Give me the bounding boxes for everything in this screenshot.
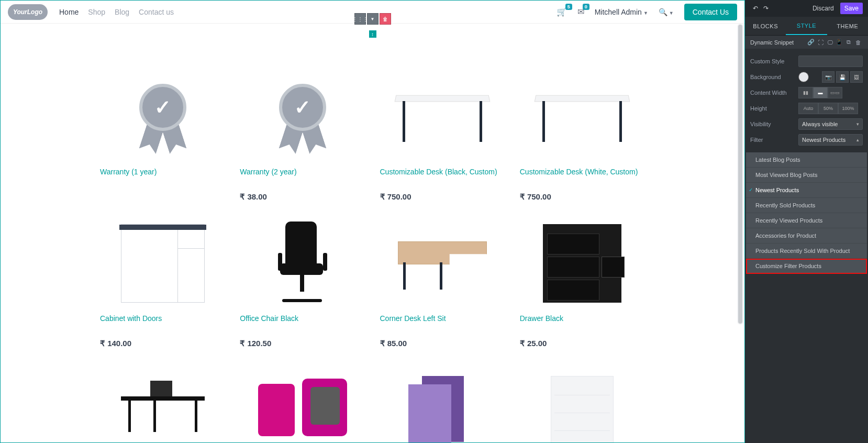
product-name: Customizable Desk (White, Custom) bbox=[520, 167, 645, 187]
main-nav: Home Shop Blog Contact us bbox=[59, 8, 174, 16]
sidebar-topbar: ↶ ↷ Discard Save bbox=[745, 0, 868, 17]
block-dropdown-icon[interactable]: ▼ bbox=[367, 13, 379, 25]
contact-us-button[interactable]: Contact Us bbox=[684, 4, 737, 20]
nav-shop[interactable]: Shop bbox=[88, 8, 105, 16]
mobile-icon[interactable]: 📱 bbox=[834, 39, 844, 46]
height-auto-button[interactable]: Auto bbox=[798, 103, 818, 114]
copy-icon[interactable]: ⧉ bbox=[844, 39, 853, 46]
product-price: ₹ 120.50 bbox=[240, 339, 365, 348]
product-price: ₹ 38.00 bbox=[240, 192, 365, 202]
product-card[interactable]: Corner Desk Left Sit ₹ 85.00 bbox=[380, 216, 505, 348]
width-normal-button[interactable]: ▬ bbox=[813, 87, 828, 98]
mail-badge: 0 bbox=[583, 4, 589, 10]
image-icon[interactable]: 🖼 bbox=[850, 71, 863, 83]
product-card[interactable]: Customizable Desk (White, Custom) ₹ 750.… bbox=[520, 70, 645, 202]
desktop-icon[interactable]: 🖵 bbox=[825, 39, 834, 46]
redo-icon[interactable]: ↷ bbox=[761, 5, 771, 12]
label-content-width: Content Width bbox=[750, 90, 798, 96]
tab-theme[interactable]: THEME bbox=[827, 17, 868, 35]
product-price: ₹ 140.00 bbox=[100, 339, 225, 348]
width-full-button[interactable]: ▭▭ bbox=[828, 87, 842, 98]
filter-option[interactable]: Newest Products bbox=[746, 183, 867, 198]
editor-sidebar: ↶ ↷ Discard Save BLOCKS STYLE THEME Dyna… bbox=[745, 0, 868, 443]
nav-blog[interactable]: Blog bbox=[115, 8, 129, 16]
save-bg-icon[interactable]: 💾 bbox=[836, 71, 849, 83]
label-custom-style: Custom Style bbox=[750, 58, 798, 64]
undo-icon[interactable]: ↶ bbox=[750, 5, 761, 12]
drag-handle-icon[interactable]: ↕ bbox=[369, 30, 376, 38]
height-50-button[interactable]: 50% bbox=[818, 103, 838, 114]
label-visibility: Visibility bbox=[750, 121, 798, 127]
product-name: Warranty (1 year) bbox=[100, 167, 225, 187]
section-title: Dynamic Snippet bbox=[750, 39, 794, 46]
product-price: ₹ 85.00 bbox=[380, 339, 505, 348]
block-grid-icon[interactable]: ⋮⋮⋮ bbox=[354, 13, 366, 25]
save-button[interactable]: Save bbox=[840, 3, 863, 14]
website-preview: YourLogo Home Shop Blog Contact us 🛒5 ✉0… bbox=[0, 0, 745, 443]
background-swatch[interactable] bbox=[798, 72, 809, 82]
cart-badge: 5 bbox=[565, 4, 572, 10]
product-name: Customizable Desk (Black, Custom) bbox=[380, 167, 505, 187]
filter-option[interactable]: Latest Blog Posts bbox=[746, 152, 867, 168]
product-price: ₹ 750.00 bbox=[380, 192, 505, 202]
section-header: Dynamic Snippet 🔗 ⛶ 🖵 📱 ⧉ 🗑 bbox=[745, 36, 868, 49]
product-name: Corner Desk Left Sit bbox=[380, 314, 505, 334]
block-toolbar: ⋮⋮⋮ ▼ 🗑 bbox=[354, 13, 391, 25]
product-name: Cabinet with Doors bbox=[100, 314, 225, 334]
tab-blocks[interactable]: BLOCKS bbox=[745, 17, 786, 35]
search-icon[interactable]: 🔍▼ bbox=[659, 8, 674, 16]
label-filter: Filter bbox=[750, 137, 798, 143]
height-100-button[interactable]: 100% bbox=[838, 103, 858, 114]
product-card[interactable] bbox=[520, 363, 645, 443]
product-card[interactable]: ✓ Warranty (1 year) bbox=[100, 70, 225, 202]
product-card[interactable]: Drawer Black ₹ 25.00 bbox=[520, 216, 645, 348]
label-height: Height bbox=[750, 105, 798, 112]
nav-contact[interactable]: Contact us bbox=[139, 8, 174, 16]
scrollbar-thumb[interactable] bbox=[737, 24, 743, 325]
block-delete-icon[interactable]: 🗑 bbox=[380, 13, 391, 25]
mail-icon[interactable]: ✉0 bbox=[577, 7, 584, 17]
filter-option-customize[interactable]: Customize Filter Products bbox=[746, 259, 867, 274]
filter-dropdown: Latest Blog Posts Most Viewed Blog Posts… bbox=[746, 152, 867, 274]
product-card[interactable] bbox=[240, 363, 365, 443]
trash-icon[interactable]: 🗑 bbox=[853, 39, 863, 46]
label-background: Background bbox=[750, 74, 798, 80]
sidebar-tabs: BLOCKS STYLE THEME bbox=[745, 17, 868, 36]
filter-option[interactable]: Recently Viewed Products bbox=[746, 213, 867, 228]
product-grid: ✓ Warranty (1 year) ✓ Warranty (2 year) … bbox=[1, 24, 744, 443]
product-card[interactable]: Customizable Desk (Black, Custom) ₹ 750.… bbox=[380, 70, 505, 202]
product-name: Office Chair Black bbox=[240, 314, 365, 334]
visibility-select[interactable]: Always visible bbox=[798, 118, 863, 130]
logo[interactable]: YourLogo bbox=[8, 4, 48, 20]
product-card[interactable] bbox=[100, 363, 225, 443]
filter-option[interactable]: Accessories for Product bbox=[746, 228, 867, 243]
product-card[interactable]: ✓ Warranty (2 year) ₹ 38.00 bbox=[240, 70, 365, 202]
discard-button[interactable]: Discard bbox=[808, 3, 838, 14]
link-icon[interactable]: 🔗 bbox=[806, 39, 816, 46]
filter-option[interactable]: Recently Sold Products bbox=[746, 198, 867, 213]
product-price: ₹ 750.00 bbox=[520, 192, 645, 202]
scrollbar[interactable] bbox=[737, 24, 743, 441]
custom-style-input[interactable] bbox=[798, 56, 863, 67]
product-card[interactable]: Office Chair Black ₹ 120.50 bbox=[240, 216, 365, 348]
product-name: Drawer Black bbox=[520, 314, 645, 334]
filter-select[interactable]: Newest Products bbox=[798, 134, 863, 146]
camera-icon[interactable]: 📷 bbox=[822, 71, 834, 83]
width-narrow-button[interactable]: ▮▮ bbox=[798, 87, 813, 98]
cart-icon[interactable]: 🛒5 bbox=[557, 7, 567, 17]
user-menu[interactable]: Mitchell Admin▼ bbox=[595, 8, 648, 16]
expand-icon[interactable]: ⛶ bbox=[816, 39, 825, 46]
product-price: ₹ 25.00 bbox=[520, 339, 645, 348]
product-card[interactable] bbox=[380, 363, 505, 443]
product-name: Warranty (2 year) bbox=[240, 167, 365, 187]
filter-option[interactable]: Products Recently Sold With Product bbox=[746, 243, 867, 259]
product-card[interactable]: Cabinet with Doors ₹ 140.00 bbox=[100, 216, 225, 348]
properties-panel: Custom Style Background 📷 💾 🖼 Content Wi… bbox=[745, 49, 868, 152]
tab-style[interactable]: STYLE bbox=[786, 17, 827, 35]
filter-option[interactable]: Most Viewed Blog Posts bbox=[746, 168, 867, 183]
nav-home[interactable]: Home bbox=[59, 8, 79, 16]
